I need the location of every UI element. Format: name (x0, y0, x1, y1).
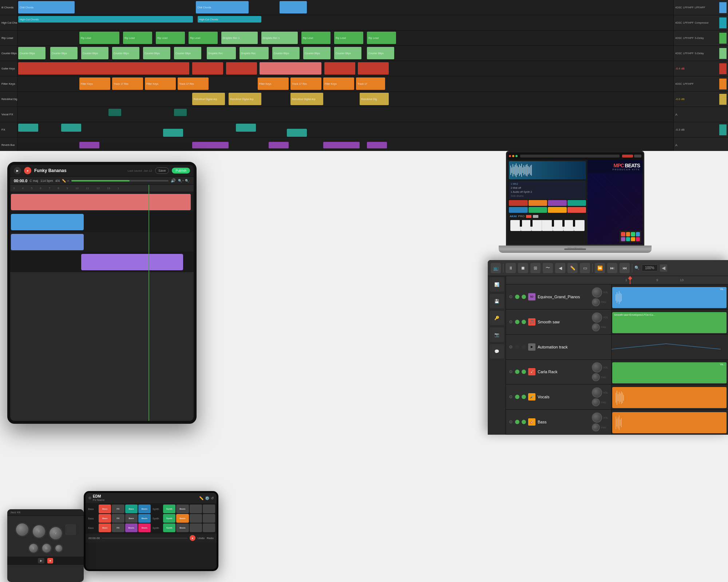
clip[interactable]: Counter Blips (367, 47, 394, 59)
mpc-pad[interactable] (636, 232, 640, 236)
track-content[interactable]: Filter Keys Track 17 Rec Filter Keys Tra… (17, 76, 673, 91)
clip[interactable] (287, 129, 307, 137)
skip-button[interactable]: ⏭ (607, 263, 617, 273)
mpc-pad[interactable] (626, 237, 630, 242)
daw-clip[interactable] (612, 387, 727, 408)
clip[interactable]: High-Cut Chords (198, 16, 261, 23)
clip[interactable]: RetroMod Digital Arp (229, 93, 261, 105)
piano-key-white[interactable] (563, 220, 574, 231)
waveform-button[interactable]: 〜 (543, 263, 553, 273)
phone-pad[interactable] (190, 514, 202, 523)
gear-icon[interactable]: ⚙ (509, 294, 513, 299)
minimize-icon[interactable] (512, 155, 514, 157)
phone-pad[interactable] (190, 505, 202, 513)
clip[interactable]: Rip Lead (301, 32, 331, 44)
volume-knob[interactable] (592, 362, 602, 372)
clip[interactable]: Counter Blips (174, 47, 201, 59)
clip[interactable]: Track 17 Rec (112, 77, 143, 90)
gear-icon[interactable]: ⚙ (509, 344, 513, 350)
clip[interactable] (367, 142, 387, 148)
clip[interactable] (163, 129, 183, 137)
clip[interactable] (18, 62, 189, 75)
clip[interactable]: RetroMod Digital Arp (192, 93, 225, 105)
drum-knob-6[interactable] (54, 544, 63, 553)
mpc-pad[interactable] (509, 207, 528, 213)
clip[interactable] (324, 62, 355, 75)
phone-pad[interactable]: Beats (176, 523, 189, 532)
mpc-pad[interactable] (621, 232, 625, 236)
clip[interactable]: Filter Keys (323, 77, 354, 90)
clip[interactable]: Track 17 Rec (290, 77, 321, 90)
mpc-pad[interactable] (509, 200, 528, 206)
clip[interactable]: Chill Chords (18, 1, 75, 13)
clip[interactable] (280, 1, 307, 13)
monitor-button[interactable]: 📺 (491, 263, 501, 273)
clip[interactable]: High-Cut Chords (18, 16, 193, 23)
mpc-pad[interactable] (621, 237, 625, 242)
save-button[interactable]: Save (155, 167, 169, 174)
clip[interactable] (226, 62, 257, 75)
track-content[interactable]: RetroMod Digital Arp RetroMod Digital Ar… (17, 92, 673, 107)
publish-button[interactable]: Publish (172, 168, 190, 174)
clip[interactable] (269, 142, 289, 148)
piano-key-black[interactable] (530, 220, 533, 227)
track-content[interactable]: Counter Blips Counter Blips Counter Blip… (17, 46, 673, 61)
grid-button[interactable]: ⊞ (530, 263, 541, 273)
clip[interactable]: Filter Keys (79, 77, 110, 90)
clip[interactable]: Counter Blips (272, 47, 300, 59)
piano-key-white[interactable] (574, 220, 585, 231)
pan-knob[interactable] (592, 423, 600, 431)
clip[interactable] (61, 124, 81, 132)
daw-clip-area[interactable] (612, 335, 728, 359)
rewind-button[interactable]: ⏮ (620, 263, 630, 273)
clip[interactable]: Rip Lead (156, 32, 185, 44)
clip[interactable] (174, 109, 187, 116)
clip[interactable]: Droplets Rec 1 (261, 32, 298, 44)
clip[interactable]: Rip Lead (189, 32, 218, 44)
clip[interactable]: Droplets Rec 1 (221, 32, 258, 44)
track-content[interactable] (17, 61, 673, 76)
tablet-track-1[interactable] (10, 192, 194, 212)
phone-pad[interactable]: Beats (138, 505, 151, 513)
phone-pad[interactable] (203, 505, 215, 513)
gear-icon[interactable]: ⚙ (509, 419, 513, 424)
daw-clip[interactable]: Smooth saw>Envelopes/LFOs>Cu... (612, 312, 727, 333)
phone-pad[interactable]: Bass (99, 505, 111, 513)
pause-button[interactable]: ⏸ (506, 263, 516, 273)
forward-button[interactable]: ⏩ (595, 263, 605, 273)
gear-icon[interactable]: ⚙ (509, 319, 513, 324)
clip[interactable]: Counter Blips (18, 47, 46, 59)
phone-pad[interactable]: Bass (99, 523, 111, 532)
drum-knob-1[interactable] (15, 522, 29, 537)
mpc-pad[interactable] (636, 237, 640, 242)
volume-bar[interactable] (71, 180, 169, 182)
clip[interactable] (18, 124, 38, 132)
phone-pad[interactable] (190, 523, 202, 532)
clip[interactable] (192, 142, 229, 148)
clip[interactable]: Counter Blips (303, 47, 331, 59)
gear-icon[interactable]: ⚙ (509, 369, 513, 374)
clip[interactable]: Counter Blips (81, 47, 108, 59)
volume-knob[interactable] (592, 287, 602, 298)
clip[interactable] (79, 142, 99, 148)
sidebar-icon-2[interactable]: 💾 (490, 294, 504, 308)
clip[interactable]: Rip Lead (123, 32, 152, 44)
drum-knob-2[interactable]: T (32, 524, 46, 539)
drum-control[interactable] (65, 524, 76, 535)
piano-key-white[interactable] (510, 220, 521, 231)
track-content[interactable]: High-Cut Chords High-Cut Chords (17, 15, 673, 30)
piano-key-white[interactable] (521, 220, 531, 231)
daw-clip[interactable] (612, 412, 727, 433)
drum-knob-3[interactable]: Y (48, 526, 63, 541)
tablet-track-2[interactable] (10, 212, 194, 232)
mpc-pad[interactable] (631, 232, 635, 236)
daw-clip-area[interactable]: Smooth saw>Envelopes/LFOs>Cu... (612, 310, 728, 334)
daw-clip[interactable]: Va... (612, 362, 727, 383)
record-button[interactable]: ◀ (555, 263, 565, 273)
volume-knob[interactable] (592, 387, 602, 398)
pan-knob[interactable] (592, 298, 600, 306)
record-button[interactable]: ● (190, 535, 195, 541)
mpc-pad[interactable] (567, 207, 586, 213)
phone-pad[interactable]: Synth (163, 523, 175, 532)
gear-icon[interactable]: ⚙ (509, 394, 513, 399)
